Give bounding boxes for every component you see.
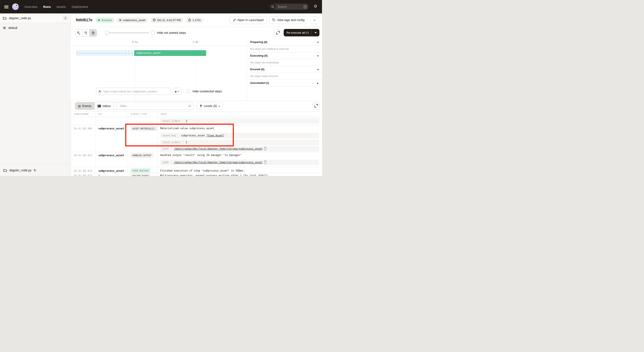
step-subset-text-input[interactable] [103,90,168,93]
status-section-executing[interactable]: Executing (0) [247,52,322,59]
sidebar: dagster_code.py 1 ⊞ default dagster_code… [0,13,71,176]
stopwatch-icon [188,18,191,22]
stopwatch-icon [92,31,95,35]
event-message: Multiprocess executor: parent process ex… [160,174,268,176]
event-op[interactable]: subprocess_asset [98,127,124,130]
column-header-timestamp: TIMESTAMP [74,113,89,115]
tab-stdout[interactable]: >_ stdout [94,102,114,110]
caret-down-icon [314,32,317,33]
search-input[interactable]: Search... / [270,3,308,10]
dagster-logo[interactable] [12,3,19,10]
event-timestamp: 16:41:08.906 [74,127,92,130]
search-icon [270,3,276,10]
events-table-icon: ▤ [78,105,81,107]
copy-icon[interactable] [264,161,266,164]
sidebar-item-workspace[interactable]: dagster_code.py 1 [0,13,71,23]
step-subset-input[interactable] [96,88,170,95]
gantt-view-segmented-control [75,29,97,37]
caret-down-icon [317,67,318,71]
view-tags-config-button[interactable]: View tags and config [269,16,308,24]
logs-fullscreen-button[interactable] [313,102,320,109]
nav-link-deployment[interactable]: Deployment [72,5,88,8]
status-section-errored[interactable]: Errored (0) [247,66,322,73]
copy-icon[interactable] [264,147,266,150]
gantt-fullscreen-button[interactable] [274,29,282,36]
metadata-table: path /Users/yuhan/dev/local/dagster_home… [160,160,319,165]
clear-filter-icon[interactable]: ⊗ [188,104,191,108]
event-timestamp: 16:41:08.924 [74,169,92,172]
log-filter-text-input[interactable] [120,104,188,108]
expand-icon [276,31,280,34]
sidebar-workspace-label: dagster_code.py [9,16,31,20]
hamburger-menu-icon[interactable] [4,5,8,8]
status-dot-icon [98,19,100,21]
terminal-icon: >_ [98,105,101,107]
event-op[interactable]: subprocess_asset [98,169,124,172]
open-in-launchpad-button[interactable]: Open in Launchpad [230,16,267,24]
gantt-toolbar: Hide not started steps Re-execute all (*… [71,27,322,39]
op-selector-icon [98,90,101,93]
status-section-succeeded[interactable]: Succeeded (1) [247,80,322,86]
pencil-icon [233,19,236,21]
hide-unselected-checkbox[interactable] [187,89,190,93]
event-message: Finished execution of step "subprocess_a… [160,169,245,172]
status-body-errored: No steps have errored [247,73,322,80]
duration-pill: 1.170s [186,17,204,23]
timed-view-button[interactable] [90,29,97,36]
metadata-table: total_orders 2 [160,140,319,145]
path-link[interactable]: /Users/yuhan/dev/local/dagster_home/stor… [174,147,262,150]
event-timestamp: 16:41:08.921 [74,154,92,157]
reexecute-all-button[interactable]: Re-execute all (*) [284,29,320,36]
flat-list-icon [77,31,80,34]
sidebar-item-default-job[interactable]: ⊞ default [0,23,71,32]
event-message: Materialized value subprocess_asset. [160,127,216,130]
expand-icon [314,104,318,107]
graph-options-button[interactable]: ◈ [172,88,182,95]
event-op[interactable]: subprocess_asset [98,154,124,157]
nav-link-assets[interactable]: Assets [57,5,66,8]
event-timestamp: 16:41:09.013 [74,174,92,176]
column-header-event-type: EVENT TYPE [131,113,147,115]
nav-link-runs[interactable]: Runs [43,5,51,8]
metadata-table: total_orders 2 [160,118,319,124]
search-placeholder: Search... [278,5,303,8]
zoom-slider-knob[interactable] [105,31,109,35]
header-actions: Open in Launchpad View tags and config [230,16,318,24]
waterfall-icon [84,31,88,34]
flat-view-button[interactable] [75,29,82,36]
search-shortcut-badge: / [303,5,307,9]
nav-link-overview[interactable]: Overview [24,5,37,8]
chevron-up-icon [178,91,180,93]
chevron-down-icon [313,18,316,21]
nav-links: Overview Runs Assets Deployment [24,5,88,8]
column-header-info: INFO [160,113,167,115]
tab-events[interactable]: ▤ Events [75,102,94,110]
gear-icon[interactable]: ⚙ [314,4,317,8]
top-nav: Overview Runs Assets Deployment Search..… [0,0,322,13]
status-section-preparing[interactable]: Preparing (0) [247,39,322,45]
view-asset-link[interactable]: [View Asset] [206,134,224,137]
sidebar-job-label: default [8,26,17,29]
header-more-dropdown-button[interactable] [310,16,318,24]
layers-icon: ◈ [175,90,177,93]
levels-dropdown-button[interactable]: Levels (5) [197,102,223,110]
metadata-table: asset_key subprocess_asset[View Asset] [160,133,319,138]
start-time-pill: Oct 11, 4:41:07 PM [150,17,183,23]
refresh-icon[interactable]: ↻ [34,168,36,172]
run-id: 9dbf617e [76,18,92,22]
folder-icon [3,17,6,19]
log-filter-input[interactable]: ⊗ [117,102,194,110]
dagster-run-page: Overview Runs Assets Deployment Search..… [0,0,322,176]
waterfall-view-button[interactable] [82,29,90,36]
event-op: - [98,174,100,176]
hide-not-started-label: Hide not started steps [157,31,186,34]
metadata-table: path /Users/yuhan/dev/local/dagster_home… [160,146,319,152]
gantt-bar-subprocess-asset[interactable]: subprocess_asset [134,50,206,56]
reexecute-dropdown-button[interactable] [312,29,320,36]
event-type-pill: ENGINE_EVENT [130,173,151,176]
asset-pill[interactable]: ⊞ subprocess_asset [116,17,148,23]
zoom-slider[interactable] [106,32,150,33]
waiting-segment [128,50,133,56]
hide-not-started-checkbox[interactable] [151,31,155,34]
path-link[interactable]: /Users/yuhan/dev/local/dagster_home/stor… [174,161,262,164]
